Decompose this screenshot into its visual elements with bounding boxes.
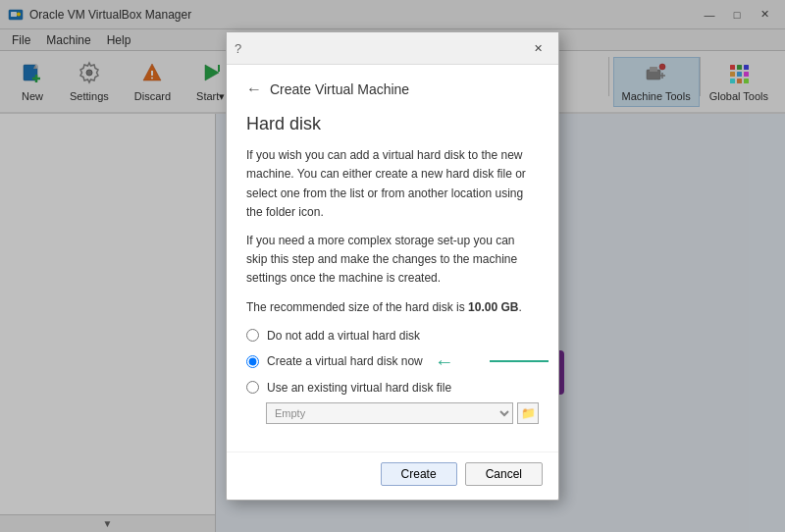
description-2: If you need a more complex storage set-u… [246, 232, 539, 289]
dialog-close-controls: ✕ [525, 38, 550, 58]
dialog-footer: Create Cancel [227, 452, 558, 500]
use-existing-radio[interactable] [246, 381, 259, 394]
wizard-title: Create Virtual Machine [270, 81, 409, 97]
create-button[interactable]: Create [381, 462, 457, 486]
no-disk-radio[interactable] [246, 329, 259, 342]
section-title: Hard disk [246, 114, 539, 134]
dialog-overlay: ? ✕ ← Create Virtual Machine Hard disk I… [0, 0, 785, 532]
cancel-button[interactable]: Cancel [465, 462, 543, 486]
arrow-line [490, 360, 549, 362]
existing-file-row: Empty 📁 [266, 402, 539, 424]
description-3-bold: 10.00 GB [468, 300, 518, 314]
dialog-help-icon[interactable]: ? [235, 41, 241, 56]
description-1: If you wish you can add a virtual hard d… [246, 146, 539, 222]
create-vm-dialog: ? ✕ ← Create Virtual Machine Hard disk I… [226, 31, 559, 501]
folder-icon: 📁 [521, 406, 536, 420]
no-disk-label: Do not add a virtual hard disk [267, 329, 420, 343]
dialog-titlebar: ? ✕ [227, 32, 558, 65]
folder-browse-button[interactable]: 📁 [517, 402, 539, 424]
disk-options: Do not add a virtual hard disk Create a … [246, 329, 539, 424]
description-3-suffix: . [518, 300, 521, 314]
use-existing-label: Use an existing virtual hard disk file [267, 381, 451, 395]
back-button[interactable]: ← [246, 80, 262, 98]
description-3-prefix: The recommended size of the hard disk is [246, 300, 468, 314]
dialog-body: ← Create Virtual Machine Hard disk If yo… [227, 65, 558, 452]
dialog-close-button[interactable]: ✕ [525, 38, 550, 58]
existing-file-select[interactable]: Empty [266, 402, 513, 424]
create-new-option[interactable]: Create a virtual hard disk now [246, 354, 423, 368]
description-3: The recommended size of the hard disk is… [246, 298, 539, 317]
dialog-header: ← Create Virtual Machine [246, 80, 539, 98]
use-existing-option[interactable]: Use an existing virtual hard disk file [246, 381, 539, 395]
create-new-radio[interactable] [246, 355, 259, 368]
no-disk-option[interactable]: Do not add a virtual hard disk [246, 329, 539, 343]
create-new-label: Create a virtual hard disk now [267, 354, 423, 368]
teal-arrow-annotation: ← [435, 350, 454, 373]
